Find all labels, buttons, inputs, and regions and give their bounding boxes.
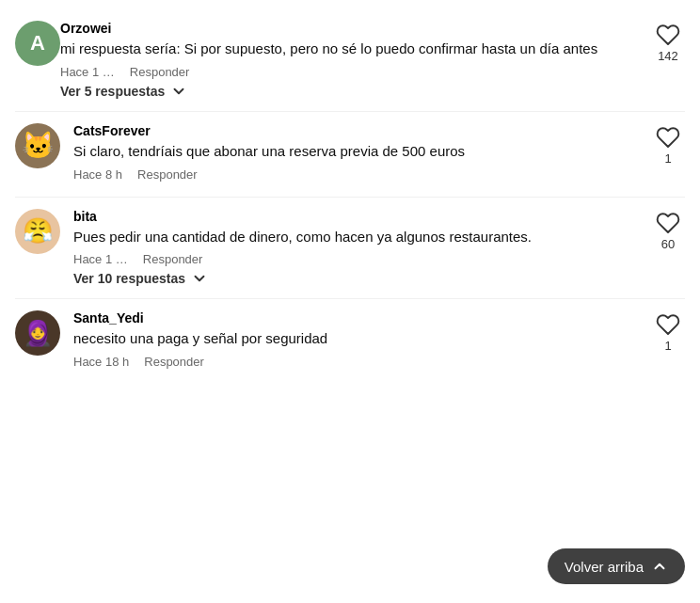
chevron-up-icon [651,558,668,575]
comment-text: necesito una paga y señal por seguridad [73,328,644,349]
comment-time: Hace 1 … [60,65,115,79]
comment-time: Hace 8 h [73,167,122,182]
avatar [15,123,60,168]
back-to-top-label: Volver arriba [565,559,644,575]
avatar [15,209,60,254]
comment-meta: Hace 8 h Responder [73,167,644,182]
like-area: 1 [651,310,685,353]
comment-meta: Hace 1 … Responder [73,252,644,266]
back-to-top-button[interactable]: Volver arriba [548,548,685,584]
like-count: 60 [661,237,675,251]
like-count: 1 [664,151,671,166]
comment-meta: Hace 18 h Responder [73,355,644,369]
reply-button[interactable]: Responder [130,65,190,79]
comment-text: mi respuesta sería: Si por supuesto, per… [60,39,644,59]
comment-time: Hace 18 h [73,355,129,369]
comment-username: Santa_Yedi [73,310,644,325]
like-area: 142 [651,21,685,63]
reply-button[interactable]: Responder [144,355,204,369]
view-replies-label: Ver 5 respuestas [60,84,165,99]
like-area: 1 [651,123,685,166]
comment-body: Orzowei mi respuesta sería: Si por supue… [60,21,644,100]
comment-time: Hace 1 … [73,252,128,266]
view-replies-button[interactable]: Ver 10 respuestas [73,270,644,287]
avatar: A [15,21,60,66]
reply-button[interactable]: Responder [137,167,198,182]
chevron-down-icon [191,270,208,287]
comment-body: bita Pues pedir una cantidad de dinero, … [73,209,644,288]
comment-item: CatsForever Si claro, tendríais que abon… [0,112,700,197]
heart-icon[interactable] [656,23,680,47]
comment-username: Orzowei [60,21,644,36]
comment-meta: Hace 1 … Responder [60,65,644,79]
comment-body: CatsForever Si claro, tendríais que abon… [73,123,644,185]
like-count: 142 [658,49,678,63]
comment-body: Santa_Yedi necesito una paga y señal por… [73,310,644,373]
view-replies-label: Ver 10 respuestas [73,271,185,286]
comment-item: A Orzowei mi respuesta sería: Si por sup… [0,9,700,111]
comment-text: Si claro, tendríais que abonar una reser… [73,141,644,162]
comment-item: Santa_Yedi necesito una paga y señal por… [0,299,700,384]
comment-text: Pues pedir una cantidad de dinero, como … [73,227,644,247]
comment-item: bita Pues pedir una cantidad de dinero, … [0,198,700,299]
comments-list: A Orzowei mi respuesta sería: Si por sup… [0,0,700,393]
chevron-down-icon [170,83,187,100]
reply-button[interactable]: Responder [143,252,203,266]
like-count: 1 [664,339,671,353]
view-replies-button[interactable]: Ver 5 respuestas [60,83,644,100]
heart-icon[interactable] [656,312,680,337]
comment-username: bita [73,209,644,224]
comment-username: CatsForever [73,123,644,138]
like-area: 60 [651,209,685,251]
heart-icon[interactable] [656,125,680,150]
avatar [15,310,60,356]
heart-icon[interactable] [656,211,680,235]
